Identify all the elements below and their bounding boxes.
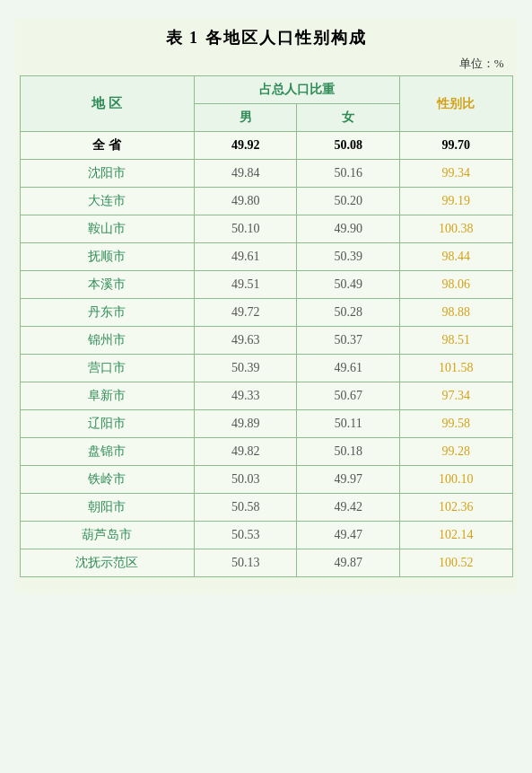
sex-ratio-cell: 100.52 [399, 549, 512, 577]
sex-ratio-cell: 99.70 [399, 132, 512, 160]
header-female: 女 [297, 104, 399, 132]
region-cell: 营口市 [20, 355, 194, 382]
male-cell: 50.53 [194, 522, 296, 549]
region-cell: 朝阳市 [20, 494, 194, 522]
male-cell: 50.58 [194, 494, 296, 522]
female-cell: 50.37 [297, 327, 399, 355]
header-male: 男 [194, 104, 296, 132]
table-row: 大连市49.8050.2099.19 [20, 188, 512, 215]
table-row: 朝阳市50.5849.42102.36 [20, 494, 512, 522]
region-cell: 全 省 [20, 132, 194, 160]
region-cell: 抚顺市 [20, 243, 194, 271]
table-row: 阜新市49.3350.6797.34 [20, 382, 512, 410]
female-cell: 49.90 [297, 215, 399, 243]
male-cell: 49.33 [194, 382, 296, 410]
sex-ratio-cell: 99.34 [399, 160, 512, 188]
table-row: 沈阳市49.8450.1699.34 [20, 160, 512, 188]
unit-label: 单位：% [20, 56, 513, 72]
male-cell: 50.03 [194, 466, 296, 494]
sex-ratio-cell: 100.10 [399, 466, 512, 494]
male-cell: 50.13 [194, 549, 296, 577]
table-row: 葫芦岛市50.5349.47102.14 [20, 522, 512, 549]
sex-ratio-cell: 97.34 [399, 382, 512, 410]
region-cell: 沈阳市 [20, 160, 194, 188]
sex-ratio-cell: 99.58 [399, 410, 512, 438]
sex-ratio-cell: 98.44 [399, 243, 512, 271]
table-row: 沈抚示范区50.1349.87100.52 [20, 549, 512, 577]
female-cell: 50.67 [297, 382, 399, 410]
region-cell: 沈抚示范区 [20, 549, 194, 577]
sex-ratio-cell: 102.36 [399, 494, 512, 522]
sex-ratio-cell: 99.28 [399, 438, 512, 466]
female-cell: 50.18 [297, 438, 399, 466]
table-row: 盘锦市49.8250.1899.28 [20, 438, 512, 466]
header-proportion-group: 占总人口比重 [194, 76, 399, 104]
sex-ratio-cell: 99.19 [399, 188, 512, 215]
female-cell: 50.39 [297, 243, 399, 271]
male-cell: 50.39 [194, 355, 296, 382]
male-cell: 49.72 [194, 299, 296, 327]
female-cell: 49.97 [297, 466, 399, 494]
male-cell: 49.84 [194, 160, 296, 188]
sex-ratio-cell: 100.38 [399, 215, 512, 243]
female-cell: 50.11 [297, 410, 399, 438]
table-row: 营口市50.3949.61101.58 [20, 355, 512, 382]
female-cell: 49.47 [297, 522, 399, 549]
table-row: 铁岭市50.0349.97100.10 [20, 466, 512, 494]
sex-ratio-cell: 101.58 [399, 355, 512, 382]
table-row: 丹东市49.7250.2898.88 [20, 299, 512, 327]
male-cell: 49.80 [194, 188, 296, 215]
table-title: 表 1 各地区人口性别构成 [20, 27, 513, 48]
region-cell: 盘锦市 [20, 438, 194, 466]
male-cell: 49.61 [194, 243, 296, 271]
male-cell: 49.92 [194, 132, 296, 160]
region-cell: 葫芦岛市 [20, 522, 194, 549]
sex-ratio-cell: 98.88 [399, 299, 512, 327]
female-cell: 49.42 [297, 494, 399, 522]
header-sex-ratio: 性别比 [399, 76, 512, 132]
region-cell: 大连市 [20, 188, 194, 215]
table-container: 表 1 各地区人口性别构成 单位：% 地 区 占总人口比重 性别比 男 女 全 … [15, 18, 518, 595]
region-cell: 本溪市 [20, 271, 194, 299]
table-row: 本溪市49.5150.4998.06 [20, 271, 512, 299]
region-cell: 丹东市 [20, 299, 194, 327]
male-cell: 49.89 [194, 410, 296, 438]
table-row: 鞍山市50.1049.90100.38 [20, 215, 512, 243]
region-cell: 铁岭市 [20, 466, 194, 494]
male-cell: 50.10 [194, 215, 296, 243]
region-cell: 鞍山市 [20, 215, 194, 243]
male-cell: 49.51 [194, 271, 296, 299]
table-row: 抚顺市49.6150.3998.44 [20, 243, 512, 271]
sex-ratio-cell: 98.06 [399, 271, 512, 299]
sex-ratio-cell: 98.51 [399, 327, 512, 355]
female-cell: 50.28 [297, 299, 399, 327]
region-cell: 锦州市 [20, 327, 194, 355]
female-cell: 50.49 [297, 271, 399, 299]
male-cell: 49.63 [194, 327, 296, 355]
female-cell: 50.16 [297, 160, 399, 188]
region-cell: 辽阳市 [20, 410, 194, 438]
female-cell: 49.61 [297, 355, 399, 382]
table-row: 锦州市49.6350.3798.51 [20, 327, 512, 355]
data-table: 地 区 占总人口比重 性别比 男 女 全 省49.9250.0899.70沈阳市… [20, 75, 513, 577]
female-cell: 50.20 [297, 188, 399, 215]
sex-ratio-cell: 102.14 [399, 522, 512, 549]
female-cell: 49.87 [297, 549, 399, 577]
male-cell: 49.82 [194, 438, 296, 466]
table-row: 辽阳市49.8950.1199.58 [20, 410, 512, 438]
female-cell: 50.08 [297, 132, 399, 160]
region-cell: 阜新市 [20, 382, 194, 410]
table-row: 全 省49.9250.0899.70 [20, 132, 512, 160]
header-region: 地 区 [20, 76, 194, 132]
